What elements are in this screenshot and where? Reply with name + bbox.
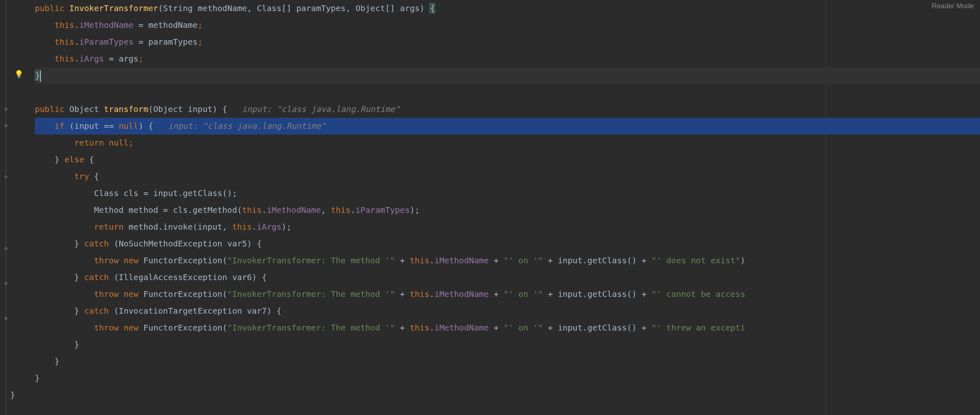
code-line-cursor[interactable]: } <box>35 67 980 84</box>
code-editor[interactable]: 💡 ⊖ ⊖ ⊖ ⊖ ⊖ ⊖ public InvokerTransformer(… <box>0 0 980 415</box>
parameter-hint: input: "class java.lang.Runtime" <box>168 121 326 131</box>
parameter-hint: input: "class java.lang.Runtime" <box>242 104 400 114</box>
code-line[interactable]: Method method = cls.getMethod(this.iMeth… <box>35 202 980 219</box>
code-line[interactable]: public Object transform(Object input) { … <box>35 101 980 118</box>
code-line[interactable]: } catch (NoSuchMethodException var5) { <box>35 235 980 252</box>
gutter[interactable]: 💡 ⊖ ⊖ ⊖ ⊖ ⊖ ⊖ <box>0 0 23 415</box>
code-line[interactable]: throw new FunctorException("InvokerTrans… <box>35 319 980 336</box>
code-line[interactable]: } else { <box>35 151 980 168</box>
code-area[interactable]: public InvokerTransformer(String methodN… <box>23 0 980 415</box>
fold-marker-icon[interactable]: ⊖ <box>3 174 9 180</box>
code-line[interactable]: } catch (IllegalAccessException var6) { <box>35 269 980 286</box>
code-line[interactable]: } catch (InvocationTargetException var7)… <box>35 303 980 319</box>
intention-bulb-icon[interactable]: 💡 <box>14 70 23 78</box>
reader-mode-link[interactable]: Reader Mode <box>932 2 974 10</box>
code-line[interactable]: } <box>10 387 980 404</box>
fold-marker-icon[interactable]: ⊖ <box>3 281 9 286</box>
fold-marker-icon[interactable]: ⊖ <box>3 246 9 251</box>
fold-marker-icon[interactable]: ⊖ <box>3 123 9 128</box>
code-line[interactable]: } <box>35 336 980 353</box>
brace-match: } <box>35 70 41 81</box>
code-line[interactable]: Class cls = input.getClass(); <box>35 185 980 202</box>
fold-marker-icon[interactable]: ⊖ <box>3 107 9 112</box>
code-line[interactable]: } <box>35 370 980 387</box>
code-line[interactable]: this.iParamTypes = paramTypes; <box>35 34 980 50</box>
code-line[interactable]: throw new FunctorException("InvokerTrans… <box>35 286 980 303</box>
caret <box>40 71 41 82</box>
code-line[interactable]: throw new FunctorException("InvokerTrans… <box>35 252 980 269</box>
code-line[interactable]: public InvokerTransformer(String methodN… <box>35 0 980 17</box>
code-line-breakpoint[interactable]: if (input == null) { input: "class java.… <box>35 118 980 135</box>
code-line[interactable]: return method.invoke(input, this.iArgs); <box>35 219 980 235</box>
code-line[interactable]: try { <box>35 168 980 185</box>
code-line-empty[interactable] <box>35 84 980 101</box>
code-line[interactable]: } <box>35 353 980 370</box>
brace-match: { <box>429 3 435 14</box>
code-line[interactable]: return null; <box>35 135 980 151</box>
code-line[interactable]: this.iArgs = args; <box>35 50 980 67</box>
fold-marker-icon[interactable]: ⊖ <box>3 316 9 321</box>
code-line[interactable]: this.iMethodName = methodName; <box>35 17 980 34</box>
